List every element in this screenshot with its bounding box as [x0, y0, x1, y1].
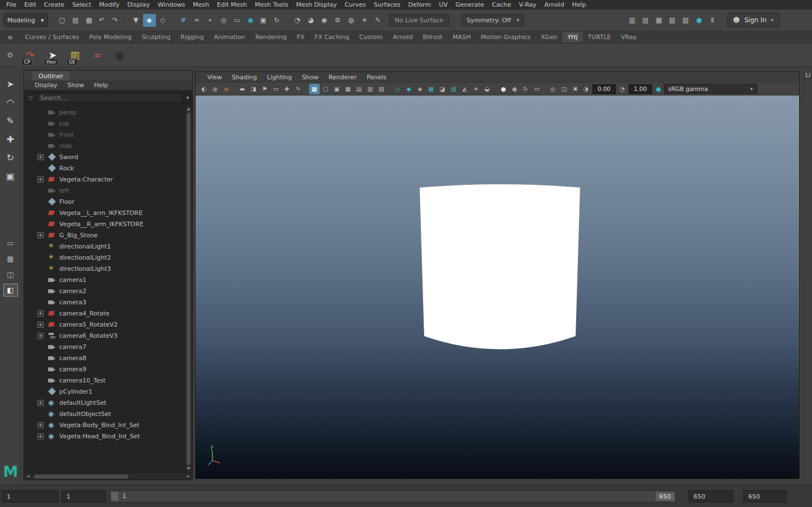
- outliner-item-camera9[interactable]: camera9: [24, 363, 184, 375]
- shelf-tab-animation[interactable]: Animation: [209, 32, 250, 42]
- image-plane-icon[interactable]: ▭: [270, 84, 281, 94]
- save-scene-icon[interactable]: ▦: [83, 14, 96, 27]
- select-by-object-icon[interactable]: ◈: [143, 14, 156, 27]
- wireframe-icon[interactable]: ◇: [392, 84, 403, 94]
- outliner-menu-show[interactable]: Show: [63, 82, 89, 89]
- viewport-menu-shading[interactable]: Shading: [227, 74, 262, 81]
- layout-four-pane-icon[interactable]: ▦: [3, 252, 18, 265]
- color-management-icon[interactable]: ●: [653, 84, 664, 94]
- snap-to-points-icon[interactable]: ∙: [204, 14, 217, 27]
- shelf-item-sphere[interactable]: ●: [110, 45, 130, 66]
- toolbar-divider[interactable]: [287, 13, 288, 27]
- undo-icon[interactable]: ↶: [96, 14, 108, 27]
- menu-set-selector[interactable]: Modeling ▾: [3, 13, 48, 27]
- default-lighting-icon[interactable]: ☀: [471, 84, 481, 94]
- render-settings-icon[interactable]: ⚙: [331, 14, 344, 27]
- outliner-item-defaultobjectset[interactable]: defaultObjectSet: [24, 408, 184, 419]
- outliner-item-pcylinder1[interactable]: pCylinder1: [24, 386, 184, 397]
- menu-create[interactable]: Create: [40, 1, 69, 9]
- paint-effects-icon[interactable]: ✎: [372, 14, 384, 27]
- gate-mask-icon[interactable]: ▩: [343, 84, 353, 94]
- outliner-item-camera10-test[interactable]: camera10_Test: [24, 375, 184, 386]
- select-camera-icon[interactable]: ▬: [237, 84, 248, 94]
- playback-end-field[interactable]: 650: [688, 490, 733, 503]
- xray-icon[interactable]: ◫: [559, 84, 569, 94]
- outliner-item-directionallight3[interactable]: directionalLight3: [24, 263, 184, 274]
- paint-select-tool-icon[interactable]: ✎: [1, 112, 20, 130]
- scrollbar-track[interactable]: [32, 474, 184, 479]
- menu-mesh-tools[interactable]: Mesh Tools: [251, 1, 292, 9]
- expand-toggle-icon[interactable]: +: [37, 310, 44, 317]
- shelf-tab-turtle[interactable]: TURTLE: [583, 32, 616, 42]
- wire-on-shaded-icon[interactable]: ●: [509, 84, 520, 94]
- camera-attributes-icon[interactable]: ◨: [248, 84, 259, 94]
- animation-end-field[interactable]: 650: [743, 490, 787, 503]
- move-tool-icon[interactable]: ✚: [1, 130, 20, 149]
- shelf-gear-icon[interactable]: ⚙: [0, 51, 20, 59]
- open-render-view-icon[interactable]: ◔: [291, 14, 304, 27]
- menu-uv[interactable]: UV: [435, 1, 452, 9]
- view-transform-dropdown[interactable]: sRGB gamma ▾: [664, 84, 757, 94]
- menu-cache[interactable]: Cache: [488, 1, 515, 9]
- new-scene-icon[interactable]: ▢: [56, 14, 69, 27]
- outliner-item-top[interactable]: top: [24, 118, 184, 129]
- lasso-tool-icon[interactable]: ◠: [1, 93, 20, 112]
- layout-outliner-persp-icon[interactable]: ◧: [3, 284, 18, 296]
- gamma-field[interactable]: 1.00: [629, 84, 652, 94]
- snap-to-grids-icon[interactable]: #: [177, 14, 190, 27]
- lock-icon[interactable]: ▣: [257, 14, 270, 27]
- menu-modify[interactable]: Modify: [95, 1, 123, 9]
- symmetry-dropdown[interactable]: Symmetry: Off ▾: [462, 14, 524, 26]
- outliner-item-side[interactable]: side: [24, 140, 184, 151]
- select-tool-icon[interactable]: ➤: [1, 75, 20, 93]
- menu-generate[interactable]: Generate: [452, 1, 488, 9]
- expand-toggle-icon[interactable]: +: [37, 176, 44, 183]
- scroll-right-icon[interactable]: ►: [184, 474, 192, 479]
- humanik-toggle-icon[interactable]: ▤: [639, 14, 652, 27]
- range-slider[interactable]: 1 650: [110, 490, 676, 503]
- rotate-tool-icon[interactable]: ↻: [1, 149, 20, 167]
- live-surface-field[interactable]: No Live Surface: [389, 14, 449, 26]
- toolbar-divider[interactable]: [173, 13, 174, 27]
- shelf-tab-poly-modeling[interactable]: Poly Modeling: [84, 32, 137, 42]
- scroll-left-icon[interactable]: ◄: [24, 474, 32, 479]
- textured-mode-icon[interactable]: ◈: [415, 84, 425, 94]
- outliner-item-camera1[interactable]: camera1: [24, 274, 184, 285]
- expand-toggle-icon[interactable]: +: [37, 232, 44, 238]
- outliner-search-input[interactable]: [36, 93, 183, 103]
- viewport-menu-panels[interactable]: Panels: [362, 74, 391, 81]
- construction-history-icon[interactable]: ↻: [270, 14, 283, 27]
- two-sided-lighting-icon[interactable]: ◒: [482, 84, 492, 94]
- outliner-item-vegeta-character[interactable]: + Vegeta:Character: [24, 174, 184, 185]
- exposure-icon[interactable]: ◑: [581, 84, 591, 94]
- exposure-field[interactable]: 0.00: [592, 84, 616, 94]
- outliner-item-directionallight2[interactable]: directionalLight2: [24, 252, 184, 263]
- resolution-gate-icon[interactable]: ▣: [331, 84, 342, 94]
- render-current-frame-icon[interactable]: ◕: [305, 14, 317, 27]
- snap-to-view-planes-icon[interactable]: ▭: [231, 14, 244, 27]
- modeling-toolkit-toggle-icon[interactable]: ▥: [626, 14, 639, 27]
- open-scene-icon[interactable]: ▤: [69, 14, 82, 27]
- select-by-component-icon[interactable]: ◇: [156, 14, 169, 27]
- outliner-item-vegeta-r-arm-ikfkstore[interactable]: Vegeta__R_arm_IKFKSTORE: [24, 218, 184, 229]
- outliner-item-floor[interactable]: Floor: [24, 196, 184, 207]
- tool-settings-toggle-icon[interactable]: ▧: [666, 14, 679, 27]
- shelf-tab-motion-graphics[interactable]: Motion Graphics: [476, 32, 535, 42]
- toolbar-divider[interactable]: [51, 13, 53, 27]
- plane-toggle-icon[interactable]: ▭: [531, 84, 542, 94]
- filter-icon[interactable]: ▽: [29, 95, 33, 101]
- shelf-tab-arnold[interactable]: Arnold: [388, 32, 418, 42]
- shelf-item-ge[interactable]: ▥ GE: [65, 45, 85, 66]
- shelf-item-cp[interactable]: ↷ CP: [20, 45, 40, 66]
- texture-ball-icon[interactable]: ●: [221, 84, 231, 94]
- status-dot-icon[interactable]: ●: [693, 14, 706, 27]
- menu-mesh[interactable]: Mesh: [189, 1, 213, 9]
- outliner-item-rock[interactable]: Rock: [24, 162, 184, 174]
- grease-pencil-icon[interactable]: ✎: [293, 84, 303, 94]
- expand-toggle-icon[interactable]: +: [37, 154, 44, 160]
- ipr-render-icon[interactable]: ◉: [318, 14, 331, 27]
- outliner-menu-help[interactable]: Help: [89, 82, 113, 89]
- range-start-handle[interactable]: [111, 492, 118, 501]
- motion-blur-icon[interactable]: ◭: [459, 84, 470, 94]
- outliner-tab[interactable]: Outliner: [32, 71, 70, 80]
